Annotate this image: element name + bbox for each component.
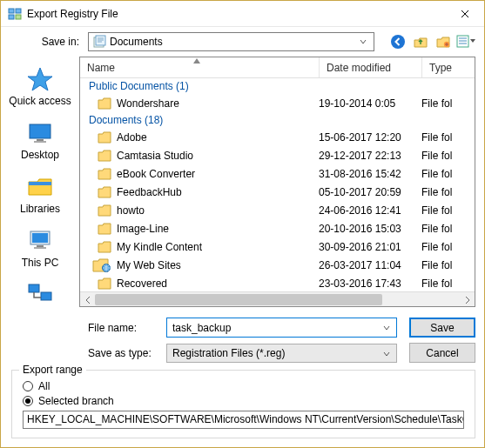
save-as-type-dropdown[interactable]: Registration Files (*.reg): [166, 344, 397, 363]
col-date[interactable]: Date modified: [319, 57, 421, 77]
horizontal-scrollbar[interactable]: [80, 291, 475, 306]
list-item[interactable]: Recovered23-03-2016 17:43File fol: [80, 274, 475, 291]
item-type: File fol: [421, 168, 475, 180]
scroll-thumb[interactable]: [95, 294, 382, 305]
item-type: File fol: [421, 259, 475, 271]
folder-icon: [98, 223, 111, 235]
svg-rect-18: [29, 284, 39, 292]
view-menu-button[interactable]: [456, 32, 475, 51]
file-list-body[interactable]: Public Documents (1) Wondershare 19-10-2…: [80, 78, 475, 291]
up-one-level-button[interactable]: [411, 32, 430, 51]
folder-icon: [98, 241, 111, 253]
item-name: Recovered: [117, 277, 167, 290]
save-in-label: Save in:: [1, 36, 79, 48]
item-date: 19-10-2014 0:05: [319, 97, 421, 110]
svg-rect-16: [37, 245, 44, 247]
toolbar-icons: [388, 32, 475, 51]
place-quick-access[interactable]: Quick access: [1, 62, 79, 114]
list-item[interactable]: Image-Line20-10-2016 15:03File fol: [80, 219, 475, 237]
svg-rect-2: [9, 15, 14, 19]
folder-icon: [98, 168, 111, 180]
file-name-value: task_backup: [172, 322, 231, 334]
branch-path-value: HKEY_LOCAL_MACHINE\SOFTWARE\Microsoft\Wi…: [27, 413, 464, 425]
new-folder-button[interactable]: [434, 32, 453, 51]
radio-all[interactable]: All: [23, 380, 468, 392]
list-item[interactable]: Wondershare 19-10-2014 0:05 File fol: [80, 94, 475, 112]
bottom-controls: File name: task_backup Save Save as type…: [1, 311, 484, 370]
list-item[interactable]: FeedbackHub05-10-2017 20:59File fol: [80, 183, 475, 201]
item-name: Wondershare: [117, 97, 179, 110]
item-type: File fol: [421, 277, 475, 290]
chevron-down-icon: [356, 33, 370, 50]
radio-icon: [23, 396, 33, 406]
place-this-pc[interactable]: This PC: [1, 224, 79, 276]
item-date: 30-09-2016 21:01: [319, 241, 421, 253]
group-public-documents[interactable]: Public Documents (1): [80, 78, 475, 94]
cancel-button-label: Cancel: [426, 347, 458, 359]
list-item[interactable]: My Kindle Content30-09-2016 21:01File fo…: [80, 237, 475, 256]
cancel-button[interactable]: Cancel: [409, 343, 475, 363]
item-name: Camtasia Studio: [117, 150, 193, 162]
item-date: 24-06-2016 12:41: [319, 204, 421, 217]
view-menu-icon: [456, 34, 475, 50]
file-name-label: File name:: [1, 322, 166, 334]
save-in-dropdown[interactable]: Documents: [88, 32, 374, 51]
item-name: howto: [117, 204, 145, 217]
scroll-right-button[interactable]: [460, 292, 475, 307]
item-date: 05-10-2017 20:59: [319, 186, 421, 198]
desktop-icon: [26, 119, 54, 147]
save-button[interactable]: Save: [409, 318, 475, 338]
svg-rect-1: [16, 9, 21, 13]
chevron-down-icon[interactable]: [379, 320, 394, 336]
back-button[interactable]: [388, 32, 408, 51]
list-item[interactable]: howto24-06-2016 12:41File fol: [80, 201, 475, 219]
item-name: FeedbackHub: [117, 186, 182, 198]
save-as-type-label: Save as type:: [1, 347, 166, 359]
place-libraries[interactable]: Libraries: [1, 170, 79, 222]
list-item[interactable]: My Web Sites26-03-2017 11:04File fol: [80, 256, 475, 274]
titlebar: Export Registry File: [1, 1, 484, 27]
col-type[interactable]: Type: [421, 57, 475, 77]
place-label: Desktop: [21, 149, 59, 161]
list-item[interactable]: Adobe15-06-2017 12:20File fol: [80, 128, 475, 146]
item-date: 31-08-2016 15:42: [319, 168, 421, 180]
folder-icon: [98, 204, 111, 217]
file-name-input[interactable]: task_backup: [166, 318, 397, 338]
libraries-icon: [26, 173, 54, 201]
item-name: Image-Line: [117, 223, 169, 235]
list-item[interactable]: eBook Converter31-08-2016 15:42File fol: [80, 164, 475, 183]
svg-rect-11: [37, 139, 44, 141]
item-type: File fol: [421, 186, 475, 198]
item-date: 29-12-2017 22:13: [319, 150, 421, 162]
export-registry-dialog: Export Registry File Save in: Documents: [0, 0, 485, 448]
folder-icon: [98, 150, 111, 162]
export-range-title: Export range: [19, 364, 86, 376]
close-button[interactable]: [445, 1, 484, 27]
item-name: My Web Sites: [117, 259, 181, 271]
file-list: Name Date modified Type Public Documents…: [79, 57, 475, 307]
network-icon: [26, 281, 54, 309]
svg-rect-17: [34, 247, 46, 249]
svg-rect-10: [30, 124, 51, 138]
column-headers: Name Date modified Type: [80, 57, 475, 78]
sort-asc-icon: [193, 58, 200, 64]
scroll-left-button[interactable]: [80, 292, 95, 307]
list-item[interactable]: Camtasia Studio29-12-2017 22:13File fol: [80, 146, 475, 164]
item-date: 23-03-2016 17:43: [319, 277, 421, 290]
place-desktop[interactable]: Desktop: [1, 116, 79, 168]
folder-icon: [98, 131, 111, 144]
svg-point-6: [391, 35, 405, 49]
item-type: File fol: [421, 131, 475, 144]
branch-path-input[interactable]: HKEY_LOCAL_MACHINE\SOFTWARE\Microsoft\Wi…: [23, 411, 464, 429]
radio-icon: [23, 381, 33, 391]
group-documents[interactable]: Documents (18): [80, 112, 475, 128]
item-type: File fol: [421, 241, 475, 253]
save-in-value: Documents: [110, 36, 356, 48]
app-icon: [8, 7, 22, 21]
web-folder-icon: [92, 258, 111, 272]
place-network[interactable]: Network: [1, 277, 79, 311]
svg-rect-19: [41, 292, 51, 300]
svg-rect-13: [29, 182, 51, 185]
radio-selected-branch[interactable]: Selected branch: [23, 395, 468, 407]
item-type: File fol: [421, 97, 475, 110]
